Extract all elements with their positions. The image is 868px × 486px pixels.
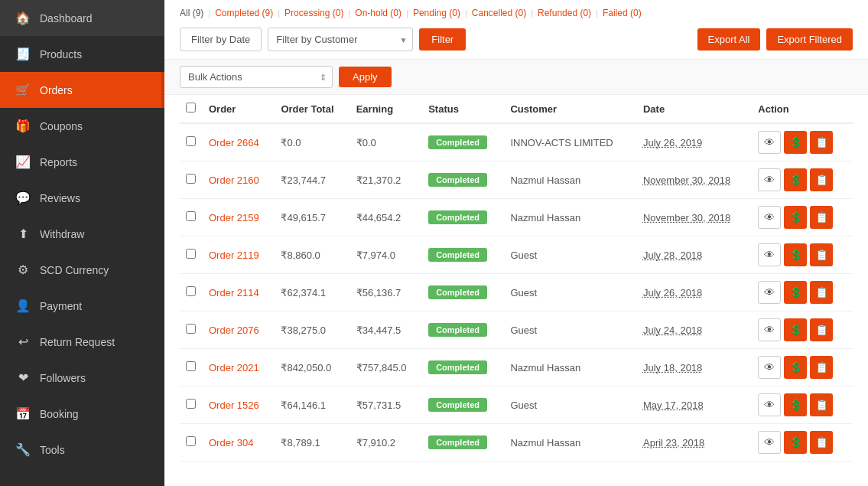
sidebar-item-dashboard[interactable]: 🏠 Dashboard	[0, 0, 164, 36]
row-customer: INNOV-ACTS LIMITED	[504, 123, 637, 161]
row-date: July 26, 2018	[637, 274, 752, 311]
header-customer: Customer	[504, 95, 637, 123]
row-select-checkbox[interactable]	[186, 249, 196, 259]
sidebar-label-dashboard: Dashboard	[40, 12, 93, 24]
status-tab-refunded[interactable]: Refunded (0)	[538, 8, 591, 18]
row-select-checkbox[interactable]	[186, 399, 196, 409]
edit-button[interactable]: 💲	[784, 318, 807, 341]
action-buttons: 👁 💲 📋	[758, 131, 847, 154]
delete-button[interactable]: 📋	[810, 356, 833, 379]
sidebar-item-payment[interactable]: 👤 Payment	[0, 288, 164, 324]
table-row: Order 304 ₹8,789.1 ₹7,910.2 Completed Na…	[180, 424, 853, 462]
date-value: November 30, 2018	[643, 212, 730, 223]
status-tab-failed[interactable]: Failed (0)	[603, 8, 642, 18]
export-filtered-button[interactable]: Export Filtered	[766, 28, 853, 51]
row-status: Completed	[422, 123, 504, 161]
edit-button[interactable]: 💲	[784, 168, 807, 191]
order-link-order-2119[interactable]: Order 2119	[209, 250, 259, 261]
order-link-order-1526[interactable]: Order 1526	[209, 400, 259, 411]
edit-button[interactable]: 💲	[784, 243, 807, 266]
view-button[interactable]: 👁	[758, 393, 781, 416]
view-button[interactable]: 👁	[758, 243, 781, 266]
view-button[interactable]: 👁	[758, 281, 781, 304]
row-select-checkbox[interactable]	[186, 211, 196, 221]
edit-button[interactable]: 💲	[784, 356, 807, 379]
edit-button[interactable]: 💲	[784, 393, 807, 416]
delete-button[interactable]: 📋	[810, 431, 833, 454]
sidebar-item-orders[interactable]: 🛒 Orders	[0, 72, 164, 108]
customer-filter-select[interactable]: Filter by Customer	[268, 28, 413, 51]
action-buttons: 👁 💲 📋	[758, 243, 847, 266]
view-button[interactable]: 👁	[758, 206, 781, 229]
delete-button[interactable]: 📋	[810, 318, 833, 341]
row-select-checkbox[interactable]	[186, 174, 196, 184]
order-link-order-2664[interactable]: Order 2664	[209, 137, 259, 148]
row-status: Completed	[422, 311, 504, 349]
status-tab-cancelled[interactable]: Cancelled (0)	[472, 8, 526, 18]
row-customer: Nazmul Hassan	[504, 424, 637, 462]
sidebar-item-booking[interactable]: 📅 Booking	[0, 396, 164, 432]
view-button[interactable]: 👁	[758, 356, 781, 379]
row-status: Completed	[422, 424, 504, 462]
edit-button[interactable]: 💲	[784, 281, 807, 304]
status-badge: Completed	[428, 398, 487, 412]
order-link-order-2076[interactable]: Order 2076	[209, 325, 259, 336]
delete-button[interactable]: 📋	[810, 131, 833, 154]
view-button[interactable]: 👁	[758, 168, 781, 191]
order-link-order-2021[interactable]: Order 2021	[209, 362, 259, 373]
sidebar-item-followers[interactable]: ❤ Followers	[0, 360, 164, 396]
sidebar-item-tools[interactable]: 🔧 Tools	[0, 432, 164, 468]
order-link-order-304[interactable]: Order 304	[209, 437, 254, 448]
filter-date-button[interactable]: Filter by Date	[180, 28, 262, 51]
row-select-checkbox[interactable]	[186, 136, 196, 146]
delete-button[interactable]: 📋	[810, 206, 833, 229]
select-all-checkbox[interactable]	[186, 103, 196, 113]
order-link-order-2160[interactable]: Order 2160	[209, 175, 259, 186]
sidebar-item-products[interactable]: 🧾 Products	[0, 36, 164, 72]
sidebar-item-reports[interactable]: 📈 Reports	[0, 144, 164, 180]
edit-button[interactable]: 💲	[784, 131, 807, 154]
sidebar-item-return-request[interactable]: ↩ Return Request	[0, 324, 164, 360]
sidebar-item-coupons[interactable]: 🎁 Coupons	[0, 108, 164, 144]
bulk-bar: Bulk Actions Apply	[164, 60, 868, 95]
sidebar-item-scd-currency[interactable]: ⚙ SCD Currency	[0, 252, 164, 288]
row-date: July 28, 2018	[637, 236, 752, 274]
edit-button[interactable]: 💲	[784, 431, 807, 454]
export-all-button[interactable]: Export All	[697, 28, 761, 51]
row-select-checkbox[interactable]	[186, 324, 196, 334]
order-link-order-2114[interactable]: Order 2114	[209, 287, 259, 298]
dashboard-icon: 🏠	[15, 11, 31, 25]
tab-separator: |	[278, 8, 280, 18]
filter-button[interactable]: Filter	[419, 28, 466, 51]
view-button[interactable]: 👁	[758, 318, 781, 341]
status-tab-all[interactable]: All (9)	[180, 8, 203, 18]
status-tab-pending[interactable]: Pending (0)	[413, 8, 460, 18]
status-tab-processing[interactable]: Processing (0)	[284, 8, 343, 18]
sidebar-item-reviews[interactable]: 💬 Reviews	[0, 180, 164, 216]
row-earning: ₹21,370.2	[350, 161, 423, 199]
edit-button[interactable]: 💲	[784, 206, 807, 229]
row-date: November 30, 2018	[637, 199, 752, 236]
status-badge: Completed	[428, 323, 487, 337]
row-customer: Guest	[504, 387, 637, 424]
delete-button[interactable]: 📋	[810, 393, 833, 416]
row-select-checkbox[interactable]	[186, 436, 196, 446]
bulk-actions-select[interactable]: Bulk Actions	[180, 66, 333, 88]
row-earning: ₹7,974.0	[350, 236, 423, 274]
withdraw-icon: ⬆	[15, 227, 31, 241]
view-button[interactable]: 👁	[758, 431, 781, 454]
view-button[interactable]: 👁	[758, 131, 781, 154]
bulk-apply-button[interactable]: Apply	[339, 67, 392, 87]
sidebar-item-withdraw[interactable]: ⬆ Withdraw	[0, 216, 164, 252]
delete-button[interactable]: 📋	[810, 281, 833, 304]
status-tab-on-hold[interactable]: On-hold (0)	[355, 8, 401, 18]
delete-button[interactable]: 📋	[810, 243, 833, 266]
order-link-order-2159[interactable]: Order 2159	[209, 212, 259, 223]
row-select-checkbox[interactable]	[186, 286, 196, 296]
tab-separator: |	[406, 8, 408, 18]
delete-button[interactable]: 📋	[810, 168, 833, 191]
row-order: Order 2114	[203, 274, 275, 311]
row-customer: Guest	[504, 311, 637, 349]
row-select-checkbox[interactable]	[186, 361, 196, 371]
status-tab-completed[interactable]: Completed (9)	[215, 8, 273, 18]
